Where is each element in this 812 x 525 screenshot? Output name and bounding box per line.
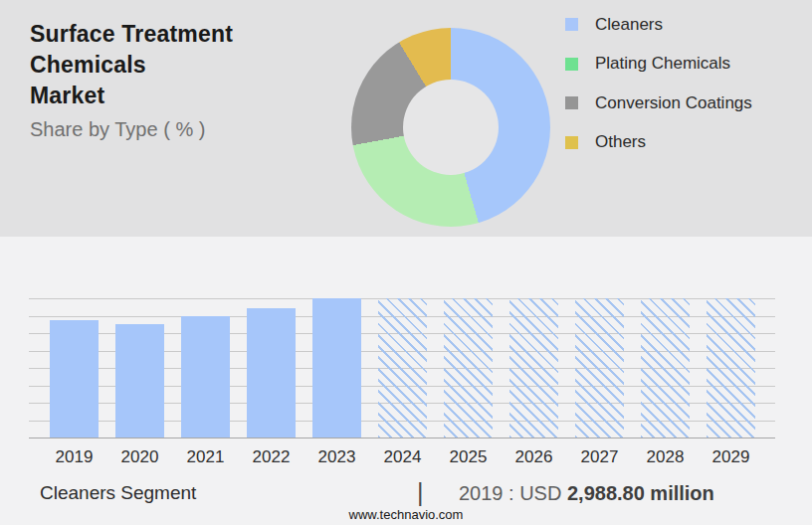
donut-hole [403,80,499,175]
segment-label: Cleaners Segment [40,482,196,504]
legend-swatch [565,58,578,71]
page-title-line1: Surface Treatment Chemicals [30,19,348,81]
x-axis-label-2023: 2023 [318,447,356,467]
bar-forecast-2028[interactable] [641,298,690,438]
legend-item-conversion-coatings[interactable]: Conversion Coatings [565,90,752,115]
bar-2020[interactable] [115,324,164,438]
x-axis: 2019202020212022202320242025202620272028… [29,447,775,469]
segment-value: 2019 : USD 2,988.80 million [459,482,714,505]
x-axis-label-2021: 2021 [187,447,225,467]
x-axis-label-2020: 2020 [121,447,159,467]
legend-label: Conversion Coatings [595,93,752,113]
legend-label: Cleaners [595,15,663,35]
value-amount: 2,988.80 million [567,482,714,504]
infographic-root: Surface Treatment Chemicals Market Share… [0,0,812,525]
donut-legend: CleanersPlating ChemicalsConversion Coat… [565,12,752,169]
bar-2022[interactable] [247,308,296,438]
x-axis-label-2024: 2024 [384,447,422,467]
x-axis-label-2026: 2026 [515,447,553,467]
bar-2019[interactable] [50,320,99,438]
bar-2023[interactable] [312,298,361,438]
donut-chart[interactable] [351,28,550,227]
bar-forecast-2027[interactable] [575,298,624,438]
legend-item-others[interactable]: Others [565,130,752,155]
chart-subtitle: Share by Type ( % ) [30,118,348,141]
website-link[interactable]: www.technavio.com [0,507,812,522]
x-axis-label-2028: 2028 [647,447,685,467]
x-axis-label-2025: 2025 [450,447,488,467]
page-title-line2: Market [30,81,348,111]
legend-swatch [565,136,578,149]
bar-forecast-2029[interactable] [707,298,755,438]
x-axis-label-2019: 2019 [56,447,94,467]
bar-forecast-2024[interactable] [378,298,427,438]
bar-2021[interactable] [181,316,230,438]
bar-chart-panel: 2019202020212022202320242025202620272028… [0,237,812,525]
separator-bar: | [417,478,424,507]
legend-label: Plating Chemicals [595,54,730,74]
x-axis-label-2027: 2027 [581,447,619,467]
bar-forecast-2026[interactable] [509,298,558,438]
header-block: Surface Treatment Chemicals Market Share… [30,19,348,141]
legend-label: Others [595,132,646,152]
legend-swatch [565,18,578,31]
value-prefix: 2019 : USD [459,482,561,504]
legend-item-cleaners[interactable]: Cleaners [565,12,752,37]
bar-chart [29,298,775,438]
x-axis-line [29,438,775,438]
legend-item-plating-chemicals[interactable]: Plating Chemicals [565,52,752,77]
x-axis-label-2029: 2029 [712,447,750,467]
legend-swatch [565,96,578,109]
x-axis-label-2022: 2022 [253,447,291,467]
bar-forecast-2025[interactable] [444,298,493,438]
share-by-type-panel: Surface Treatment Chemicals Market Share… [0,0,812,237]
